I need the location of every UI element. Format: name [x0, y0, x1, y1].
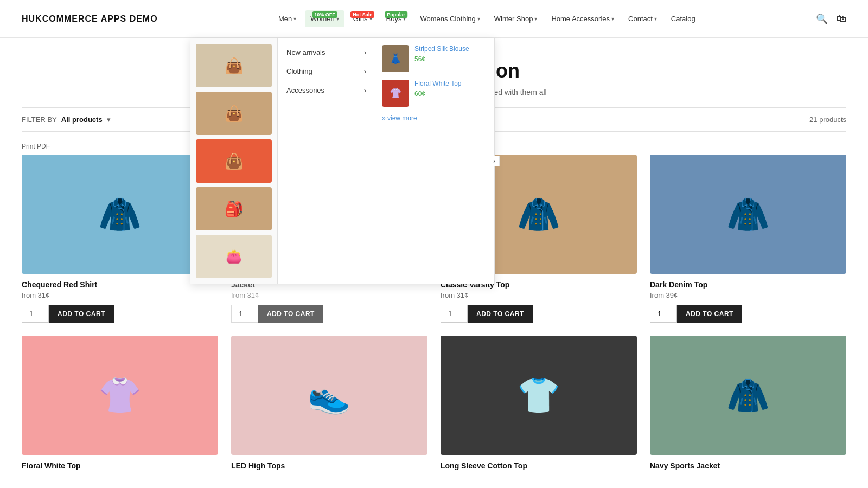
- nav-label-contact: Contact: [628, 15, 653, 23]
- submenu-label-clothing: Clothing: [286, 67, 312, 75]
- product-img-wrap-1[interactable]: 🧥: [22, 155, 218, 274]
- product-img-wrap-7[interactable]: 👕: [441, 336, 637, 455]
- mini-product-price-1: 56¢: [414, 55, 488, 63]
- dropdown-submenu: New arrivals › Clothing › Accessories › …: [277, 38, 375, 284]
- product-name-5: Floral White Top: [22, 461, 218, 470]
- nav-item-men[interactable]: Men ▾: [273, 10, 302, 27]
- product-count: 21 products: [809, 115, 846, 124]
- chevron-home-accessories-icon: ▾: [611, 16, 614, 22]
- nav-label-men: Men: [278, 15, 292, 23]
- add-to-cart-row-4: ADD TO CART: [650, 305, 846, 323]
- qty-input-4[interactable]: [650, 305, 677, 323]
- main-nav: Men ▾ 10% OFF Women ▾ Hot Sale Girls ▾ P…: [273, 10, 701, 27]
- product-card-7: 👕 Long Sleeve Cotton Top: [441, 336, 637, 472]
- badge-10off: 10% OFF: [312, 11, 337, 18]
- submenu-label-new-arrivals: New arrivals: [286, 48, 326, 56]
- product-name-7: Long Sleeve Cotton Top: [441, 461, 637, 470]
- product-card-5: 👚 Floral White Top: [22, 336, 218, 472]
- nav-item-home-accessories[interactable]: Home Accessories ▾: [546, 10, 620, 27]
- product-price-3: from 31¢: [441, 291, 637, 299]
- logo: HUKCOMMERCE APPS DEMO: [22, 14, 158, 24]
- product-img-1: 🧥: [22, 155, 218, 274]
- product-price-4: from 39¢: [650, 291, 846, 299]
- chevron-men-icon: ▾: [293, 16, 296, 22]
- chevron-womens-clothing-icon: ▾: [477, 16, 480, 22]
- header-icons: 🔍 🛍: [816, 13, 846, 25]
- mini-product-info-1: Striped Silk Blouse 56¢: [414, 45, 488, 63]
- submenu-item-clothing[interactable]: Clothing ›: [278, 62, 375, 81]
- qty-input-3[interactable]: [441, 305, 468, 323]
- qty-input-1[interactable]: [22, 305, 49, 323]
- nav-item-contact[interactable]: Contact ▾: [623, 10, 662, 27]
- nav-item-boys[interactable]: Popular Boys ▾: [381, 10, 412, 27]
- nav-item-women[interactable]: 10% OFF Women ▾: [305, 10, 344, 27]
- add-to-cart-btn-4[interactable]: ADD TO CART: [677, 305, 742, 323]
- product-name-6: LED High Tops: [231, 461, 427, 470]
- filter-by-label: FILTER BY: [22, 115, 57, 124]
- chevron-contact-icon: ▾: [654, 16, 657, 22]
- product-img-7: 👕: [441, 336, 637, 455]
- filter-current[interactable]: All products: [61, 115, 103, 124]
- filter-left: FILTER BY All products ▾: [22, 115, 111, 124]
- mini-product-2[interactable]: 👚 Floral White Top 60¢: [382, 80, 488, 107]
- badge-popular: Popular: [385, 11, 407, 18]
- bag-image-4[interactable]: 🎒: [196, 187, 272, 230]
- chevron-clothing-icon: ›: [364, 67, 366, 75]
- nav-label-winter-shop: Winter Shop: [494, 15, 533, 23]
- product-name-8: Navy Sports Jacket: [650, 461, 846, 470]
- product-name-4: Dark Denim Top: [650, 280, 846, 289]
- qty-input-2[interactable]: [231, 305, 258, 323]
- add-to-cart-row-3: ADD TO CART: [441, 305, 637, 323]
- product-img-4: 🧥: [650, 155, 846, 274]
- submenu-label-accessories: Accessories: [286, 86, 324, 94]
- nav-label-womens-clothing: Womens Clothing: [420, 15, 475, 23]
- product-img-8: 🧥: [650, 336, 846, 455]
- view-more-link[interactable]: » view more: [382, 114, 488, 122]
- mini-product-name-1: Striped Silk Blouse: [414, 45, 488, 54]
- bag-image-1[interactable]: 👜: [196, 44, 272, 87]
- women-dropdown: 👜 👜 👜 🎒 👛 › New arrivals › Clothing › Ac…: [190, 38, 495, 284]
- mini-product-thumb-1: 👗: [382, 45, 409, 72]
- product-img-wrap-5[interactable]: 👚: [22, 336, 218, 455]
- bag-image-2[interactable]: 👜: [196, 92, 272, 135]
- product-price-2: from 31¢: [231, 291, 427, 299]
- bag-image-3[interactable]: 👜: [196, 139, 272, 183]
- product-card-6: 👟 LED High Tops: [231, 336, 427, 472]
- add-to-cart-row-1: ADD TO CART: [22, 305, 218, 323]
- chevron-new-arrivals-icon: ›: [364, 48, 366, 56]
- dropdown-bags-column: 👜 👜 👜 🎒 👛 ›: [190, 38, 277, 284]
- product-img-5: 👚: [22, 336, 218, 455]
- chevron-winter-shop-icon: ▾: [534, 16, 537, 22]
- nav-item-womens-clothing[interactable]: Womens Clothing ▾: [414, 10, 485, 27]
- cart-icon[interactable]: 🛍: [837, 13, 846, 24]
- product-card-1: 🧥 Chequered Red Shirt from 31¢ ADD TO CA…: [22, 155, 218, 323]
- nav-item-catalog[interactable]: Catalog: [666, 10, 701, 27]
- product-price-1: from 31¢: [22, 291, 218, 299]
- submenu-item-accessories[interactable]: Accessories ›: [278, 81, 375, 100]
- nav-item-winter-shop[interactable]: Winter Shop ▾: [489, 10, 543, 27]
- submenu-next-arrow[interactable]: ›: [489, 156, 500, 166]
- add-to-cart-btn-1[interactable]: ADD TO CART: [49, 305, 114, 323]
- product-img-wrap-8[interactable]: 🧥: [650, 336, 846, 455]
- mini-product-name-2: Floral White Top: [414, 80, 488, 88]
- product-img-wrap-6[interactable]: 👟: [231, 336, 427, 455]
- dropdown-products-panel: 👗 Striped Silk Blouse 56¢ 👚 Floral White…: [375, 38, 494, 284]
- nav-item-girls[interactable]: Hot Sale Girls ▾: [348, 10, 378, 27]
- mini-product-thumb-2: 👚: [382, 80, 409, 107]
- search-icon[interactable]: 🔍: [816, 13, 828, 25]
- submenu-item-new-arrivals[interactable]: New arrivals ›: [278, 43, 375, 62]
- product-card-8: 🧥 Navy Sports Jacket: [650, 336, 846, 472]
- add-to-cart-btn-2[interactable]: ADD TO CART: [258, 305, 323, 323]
- mini-product-1[interactable]: 👗 Striped Silk Blouse 56¢: [382, 45, 488, 72]
- badge-hotsale: Hot Sale: [350, 11, 374, 18]
- add-to-cart-btn-3[interactable]: ADD TO CART: [468, 305, 533, 323]
- product-card-4: 🧥 Dark Denim Top from 39¢ ADD TO CART: [650, 155, 846, 323]
- product-name-1: Chequered Red Shirt: [22, 280, 218, 289]
- mini-product-info-2: Floral White Top 60¢: [414, 80, 488, 98]
- chevron-accessories-icon: ›: [364, 86, 366, 94]
- filter-chevron-icon: ▾: [107, 115, 111, 124]
- mini-product-price-2: 60¢: [414, 90, 488, 98]
- nav-label-catalog: Catalog: [671, 15, 695, 23]
- bag-image-5[interactable]: 👛: [196, 235, 272, 278]
- product-img-wrap-4[interactable]: 🧥: [650, 155, 846, 274]
